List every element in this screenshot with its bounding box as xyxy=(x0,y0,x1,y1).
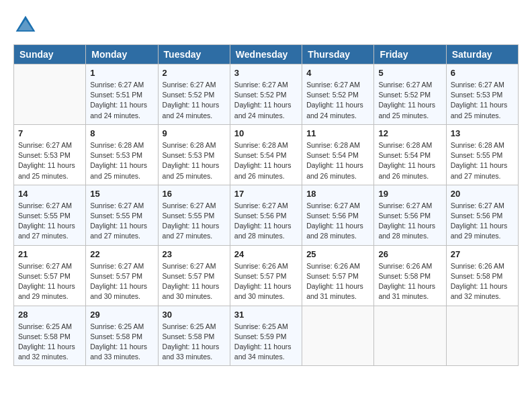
calendar-cell: 5Sunrise: 6:27 AM Sunset: 5:52 PM Daylig… xyxy=(374,64,446,125)
day-number: 3 xyxy=(234,68,298,78)
cell-content: Sunrise: 6:27 AM Sunset: 5:51 PM Dayligh… xyxy=(90,80,153,121)
calendar-week-row: 7Sunrise: 6:27 AM Sunset: 5:53 PM Daylig… xyxy=(14,124,519,185)
cell-content: Sunrise: 6:27 AM Sunset: 5:57 PM Dayligh… xyxy=(18,261,81,302)
cell-content: Sunrise: 6:27 AM Sunset: 5:55 PM Dayligh… xyxy=(18,201,81,242)
calendar-cell: 29Sunrise: 6:25 AM Sunset: 5:58 PM Dayli… xyxy=(86,306,158,366)
day-number: 1 xyxy=(90,68,153,78)
calendar-cell: 21Sunrise: 6:27 AM Sunset: 5:57 PM Dayli… xyxy=(14,245,86,306)
calendar-cell: 9Sunrise: 6:28 AM Sunset: 5:53 PM Daylig… xyxy=(158,124,230,185)
cell-content: Sunrise: 6:28 AM Sunset: 5:55 PM Dayligh… xyxy=(451,140,514,181)
cell-content: Sunrise: 6:26 AM Sunset: 5:57 PM Dayligh… xyxy=(306,261,369,302)
calendar-cell: 18Sunrise: 6:27 AM Sunset: 5:56 PM Dayli… xyxy=(302,185,374,245)
calendar-week-row: 1Sunrise: 6:27 AM Sunset: 5:51 PM Daylig… xyxy=(14,64,519,125)
cell-content: Sunrise: 6:27 AM Sunset: 5:56 PM Dayligh… xyxy=(306,201,369,242)
cell-content: Sunrise: 6:25 AM Sunset: 5:58 PM Dayligh… xyxy=(163,322,226,363)
calendar-cell: 13Sunrise: 6:28 AM Sunset: 5:55 PM Dayli… xyxy=(446,124,518,185)
calendar-cell: 11Sunrise: 6:28 AM Sunset: 5:54 PM Dayli… xyxy=(302,124,374,185)
cell-content: Sunrise: 6:28 AM Sunset: 5:54 PM Dayligh… xyxy=(378,140,441,181)
day-number: 23 xyxy=(163,249,226,259)
calendar-week-row: 21Sunrise: 6:27 AM Sunset: 5:57 PM Dayli… xyxy=(14,245,519,306)
calendar-cell: 22Sunrise: 6:27 AM Sunset: 5:57 PM Dayli… xyxy=(86,245,158,306)
calendar-cell: 3Sunrise: 6:27 AM Sunset: 5:52 PM Daylig… xyxy=(230,64,302,125)
calendar-cell: 26Sunrise: 6:26 AM Sunset: 5:58 PM Dayli… xyxy=(374,245,446,306)
calendar-cell: 24Sunrise: 6:26 AM Sunset: 5:57 PM Dayli… xyxy=(230,245,302,306)
day-number: 2 xyxy=(163,68,226,78)
calendar-cell: 8Sunrise: 6:28 AM Sunset: 5:53 PM Daylig… xyxy=(86,124,158,185)
cell-content: Sunrise: 6:28 AM Sunset: 5:53 PM Dayligh… xyxy=(90,140,153,181)
calendar-cell: 10Sunrise: 6:28 AM Sunset: 5:54 PM Dayli… xyxy=(230,124,302,185)
day-number: 12 xyxy=(378,128,441,138)
cell-content: Sunrise: 6:27 AM Sunset: 5:56 PM Dayligh… xyxy=(378,201,441,242)
logo-icon xyxy=(13,13,38,38)
day-number: 14 xyxy=(18,189,81,199)
calendar-cell: 14Sunrise: 6:27 AM Sunset: 5:55 PM Dayli… xyxy=(14,185,86,245)
calendar-cell: 30Sunrise: 6:25 AM Sunset: 5:58 PM Dayli… xyxy=(158,306,230,366)
calendar-header-row: SundayMondayTuesdayWednesdayThursdayFrid… xyxy=(14,45,519,64)
header-sunday: Sunday xyxy=(14,45,86,64)
day-number: 29 xyxy=(90,310,153,320)
day-number: 21 xyxy=(18,249,81,259)
cell-content: Sunrise: 6:27 AM Sunset: 5:56 PM Dayligh… xyxy=(234,201,298,242)
cell-content: Sunrise: 6:25 AM Sunset: 5:59 PM Dayligh… xyxy=(234,322,298,363)
cell-content: Sunrise: 6:27 AM Sunset: 5:52 PM Dayligh… xyxy=(306,80,369,121)
calendar-cell: 2Sunrise: 6:27 AM Sunset: 5:52 PM Daylig… xyxy=(158,64,230,125)
header-thursday: Thursday xyxy=(302,45,374,64)
cell-content: Sunrise: 6:26 AM Sunset: 5:58 PM Dayligh… xyxy=(378,261,441,302)
cell-content: Sunrise: 6:25 AM Sunset: 5:58 PM Dayligh… xyxy=(90,322,153,363)
calendar-cell: 4Sunrise: 6:27 AM Sunset: 5:52 PM Daylig… xyxy=(302,64,374,125)
calendar-cell: 19Sunrise: 6:27 AM Sunset: 5:56 PM Dayli… xyxy=(374,185,446,245)
header-monday: Monday xyxy=(86,45,158,64)
logo xyxy=(13,13,40,38)
calendar-cell: 6Sunrise: 6:27 AM Sunset: 5:53 PM Daylig… xyxy=(446,64,518,125)
day-number: 15 xyxy=(90,189,153,199)
day-number: 27 xyxy=(451,249,514,259)
day-number: 7 xyxy=(18,128,81,138)
cell-content: Sunrise: 6:27 AM Sunset: 5:57 PM Dayligh… xyxy=(90,261,153,302)
cell-content: Sunrise: 6:27 AM Sunset: 5:52 PM Dayligh… xyxy=(234,80,298,121)
day-number: 8 xyxy=(90,128,153,138)
calendar-cell xyxy=(374,306,446,366)
day-number: 13 xyxy=(451,128,514,138)
day-number: 30 xyxy=(163,310,226,320)
page-header xyxy=(13,13,519,38)
cell-content: Sunrise: 6:25 AM Sunset: 5:58 PM Dayligh… xyxy=(18,322,81,363)
day-number: 4 xyxy=(306,68,369,78)
calendar-week-row: 28Sunrise: 6:25 AM Sunset: 5:58 PM Dayli… xyxy=(14,306,519,366)
calendar-cell: 12Sunrise: 6:28 AM Sunset: 5:54 PM Dayli… xyxy=(374,124,446,185)
calendar-cell: 23Sunrise: 6:27 AM Sunset: 5:57 PM Dayli… xyxy=(158,245,230,306)
cell-content: Sunrise: 6:28 AM Sunset: 5:54 PM Dayligh… xyxy=(234,140,298,181)
header-saturday: Saturday xyxy=(446,45,518,64)
day-number: 9 xyxy=(163,128,226,138)
day-number: 16 xyxy=(163,189,226,199)
calendar-cell: 25Sunrise: 6:26 AM Sunset: 5:57 PM Dayli… xyxy=(302,245,374,306)
header-tuesday: Tuesday xyxy=(158,45,230,64)
day-number: 19 xyxy=(378,189,441,199)
day-number: 22 xyxy=(90,249,153,259)
calendar-cell: 7Sunrise: 6:27 AM Sunset: 5:53 PM Daylig… xyxy=(14,124,86,185)
day-number: 25 xyxy=(306,249,369,259)
day-number: 5 xyxy=(378,68,441,78)
calendar-table: SundayMondayTuesdayWednesdayThursdayFrid… xyxy=(13,44,519,366)
cell-content: Sunrise: 6:27 AM Sunset: 5:53 PM Dayligh… xyxy=(18,140,81,181)
day-number: 31 xyxy=(234,310,298,320)
calendar-cell: 16Sunrise: 6:27 AM Sunset: 5:55 PM Dayli… xyxy=(158,185,230,245)
day-number: 18 xyxy=(306,189,369,199)
cell-content: Sunrise: 6:28 AM Sunset: 5:53 PM Dayligh… xyxy=(163,140,226,181)
calendar-cell: 15Sunrise: 6:27 AM Sunset: 5:55 PM Dayli… xyxy=(86,185,158,245)
calendar-cell: 20Sunrise: 6:27 AM Sunset: 5:56 PM Dayli… xyxy=(446,185,518,245)
calendar-cell xyxy=(446,306,518,366)
calendar-week-row: 14Sunrise: 6:27 AM Sunset: 5:55 PM Dayli… xyxy=(14,185,519,245)
cell-content: Sunrise: 6:27 AM Sunset: 5:52 PM Dayligh… xyxy=(163,80,226,121)
cell-content: Sunrise: 6:26 AM Sunset: 5:58 PM Dayligh… xyxy=(451,261,514,302)
calendar-cell: 27Sunrise: 6:26 AM Sunset: 5:58 PM Dayli… xyxy=(446,245,518,306)
cell-content: Sunrise: 6:26 AM Sunset: 5:57 PM Dayligh… xyxy=(234,261,298,302)
header-wednesday: Wednesday xyxy=(230,45,302,64)
calendar-cell: 17Sunrise: 6:27 AM Sunset: 5:56 PM Dayli… xyxy=(230,185,302,245)
day-number: 26 xyxy=(378,249,441,259)
cell-content: Sunrise: 6:27 AM Sunset: 5:53 PM Dayligh… xyxy=(451,80,514,121)
cell-content: Sunrise: 6:27 AM Sunset: 5:52 PM Dayligh… xyxy=(378,80,441,121)
calendar-cell xyxy=(302,306,374,366)
day-number: 6 xyxy=(451,68,514,78)
day-number: 28 xyxy=(18,310,81,320)
cell-content: Sunrise: 6:27 AM Sunset: 5:56 PM Dayligh… xyxy=(451,201,514,242)
